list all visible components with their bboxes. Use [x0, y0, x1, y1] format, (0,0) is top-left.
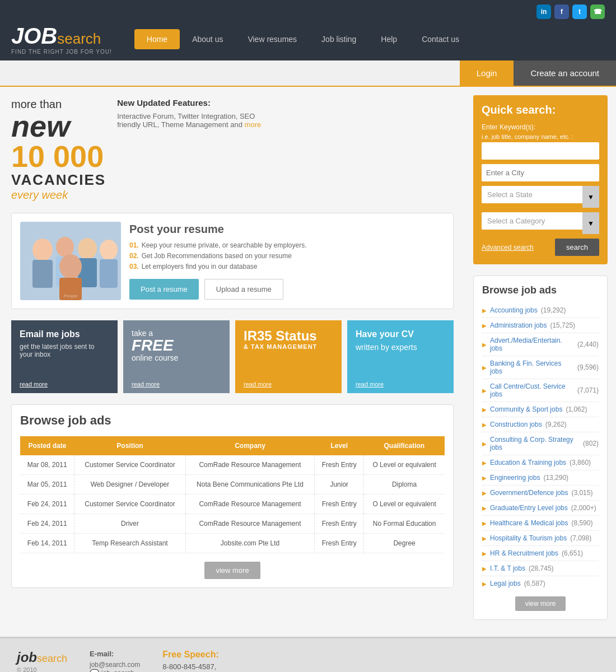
footer-copyright: © 2010: [17, 665, 67, 672]
post-resume-title: Post your resume: [129, 223, 445, 236]
facebook-icon[interactable]: f: [554, 4, 569, 19]
list-item[interactable]: ▶ HR & Recruitment jobs (6,651): [482, 546, 599, 561]
linkedin-icon[interactable]: in: [536, 4, 551, 19]
list-item[interactable]: ▶ Banking & Fin. Services jobs (9,596): [482, 356, 599, 379]
list-item[interactable]: ▶ Construction jobs (9,262): [482, 417, 599, 432]
post-resume-button[interactable]: Post a resume: [129, 279, 199, 300]
list-item[interactable]: ▶ Engineering jobs (13,290): [482, 470, 599, 486]
category-select[interactable]: Select a Category: [482, 212, 599, 230]
main-nav: Home About us View resumes Job listing H…: [134, 29, 472, 49]
email-jobs-box[interactable]: Email me jobs get the latest jobs sent t…: [11, 320, 118, 393]
category-count: (1,062): [566, 405, 587, 413]
email-jobs-read-more[interactable]: read more: [20, 381, 48, 388]
category-count: (7,098): [570, 534, 591, 542]
list-item[interactable]: ▶ I.T. & T jobs (28,745): [482, 561, 599, 576]
cell-level: Fresh Entry: [315, 494, 364, 514]
nav-about[interactable]: About us: [180, 29, 235, 49]
list-item[interactable]: ▶ Call Centre/Cust. Service jobs (7,071): [482, 379, 599, 402]
people-image: People: [20, 222, 121, 300]
list-item[interactable]: ▶ Government/Defence jobs (3,015): [482, 486, 599, 501]
view-more-button[interactable]: view more: [204, 562, 260, 579]
browse-table-title: Browse job ads: [20, 413, 445, 428]
cell-level: Fresh Entry: [315, 514, 364, 534]
nav-contact[interactable]: Contact us: [409, 29, 472, 49]
hero-section: more than new 10 000 VACANCIES every wee…: [11, 98, 454, 202]
hero-new: new: [11, 111, 106, 141]
cell-qualification: O Level or equivalent: [364, 455, 445, 475]
category-name: Engineering jobs: [490, 474, 540, 482]
list-item[interactable]: ▶ Graduate/Entry Level jobs (2,000+): [482, 501, 599, 516]
footer-email: job@search.com: [90, 661, 140, 669]
upload-resume-button[interactable]: Upload a resume: [204, 279, 283, 300]
cell-qualification: No Formal Education: [364, 514, 445, 534]
keyword-label: Enter Keyword(s):: [482, 123, 599, 131]
list-item[interactable]: ▶ Legal jobs (6,587): [482, 576, 599, 591]
nav-home[interactable]: Home: [134, 29, 180, 49]
table-row[interactable]: Feb 14, 2011 Temp Research Assistant Job…: [20, 534, 445, 553]
header-top: in f t ☎: [0, 0, 616, 24]
ir35-box[interactable]: IR35 Status & TAX MANAGEMENT read more: [235, 320, 342, 393]
login-button[interactable]: Login: [460, 60, 514, 86]
post-resume-point-1: 01.Keep your resume private, or searchab…: [129, 241, 445, 249]
nav-job-listing[interactable]: Job listing: [309, 29, 368, 49]
state-select[interactable]: Select a State: [482, 186, 599, 203]
table-row[interactable]: Feb 24, 2011 Customer Service Coordinato…: [20, 494, 445, 514]
table-row[interactable]: Mar 08, 2011 Customer Service Coordinato…: [20, 455, 445, 475]
sidebar-view-more-button[interactable]: view more: [515, 596, 566, 611]
search-button[interactable]: search: [555, 239, 599, 256]
phone-icon[interactable]: ☎: [590, 4, 605, 19]
footer-logo: jobsearch © 2010 Privacy Policy: [17, 650, 67, 672]
browse-table-section: Browse job ads Posted date Position Comp…: [11, 404, 454, 588]
category-count: (19,292): [541, 306, 566, 314]
category-name: Community & Sport jobs: [490, 405, 562, 413]
right-sidebar: Quick search: Enter Keyword(s): i.e. job…: [465, 87, 616, 637]
list-item[interactable]: ▶ Community & Sport jobs (1,062): [482, 402, 599, 417]
col-position: Position: [74, 436, 185, 455]
free-course-read-more[interactable]: read more: [132, 381, 160, 388]
free-course-box[interactable]: take a FREE online course read more: [123, 320, 230, 393]
list-item[interactable]: ▶ Consulting & Corp. Strategy jobs (802): [482, 432, 599, 455]
list-item[interactable]: ▶ Hospitality & Tourism jobs (7,098): [482, 531, 599, 546]
keyword-input[interactable]: [482, 142, 599, 160]
svg-point-5: [78, 238, 97, 259]
cell-date: Feb 24, 2011: [20, 514, 74, 534]
category-count: (8,590): [571, 519, 592, 527]
list-item[interactable]: ▶ Education & Training jobs (3,860): [482, 455, 599, 470]
category-count: (2,440): [577, 340, 599, 348]
ir35-read-more[interactable]: read more: [244, 381, 272, 388]
hero-features: New Updated Features: Interactive Forum,…: [117, 98, 274, 129]
twitter-icon[interactable]: t: [572, 4, 587, 19]
cell-company: ComRade Resource Management: [185, 455, 315, 475]
list-item[interactable]: ▶ Accounting jobs (19,292): [482, 303, 599, 318]
cell-date: Mar 08, 2011: [20, 455, 74, 475]
category-name: I.T. & T jobs: [490, 564, 525, 572]
category-count: (802): [583, 440, 599, 447]
category-icon: ▶: [482, 323, 487, 329]
category-name: Consulting & Corp. Strategy jobs: [490, 436, 580, 451]
list-item[interactable]: ▶ Advert./Media/Entertain. jobs (2,440): [482, 333, 599, 356]
category-icon: ▶: [482, 505, 487, 511]
advanced-search-link[interactable]: Advanced search: [482, 244, 534, 251]
category-list: ▶ Accounting jobs (19,292) ▶ Administrat…: [482, 303, 599, 591]
svg-rect-2: [32, 260, 53, 288]
nav-view-resumes[interactable]: View resumes: [235, 29, 309, 49]
city-input[interactable]: [482, 164, 599, 181]
table-row[interactable]: Feb 24, 2011 Driver ComRade Resource Man…: [20, 514, 445, 534]
list-item[interactable]: ▶ Administration jobs (15,725): [482, 318, 599, 333]
footer: jobsearch © 2010 Privacy Policy E-mail: …: [0, 637, 616, 672]
hero-more-link[interactable]: more: [245, 120, 262, 129]
category-count: (15,725): [550, 321, 575, 329]
list-item[interactable]: ▶ Healthcare & Medical jobs (8,590): [482, 516, 599, 531]
cv-box[interactable]: Have your CV written by experts read mor…: [347, 320, 454, 393]
cv-read-more[interactable]: read more: [356, 381, 384, 388]
category-count: (9,262): [545, 421, 567, 428]
category-icon: ▶: [482, 460, 487, 466]
nav-help[interactable]: Help: [368, 29, 409, 49]
table-row[interactable]: Mar 05, 2011 Web Designer / Developer No…: [20, 475, 445, 494]
category-count: (7,071): [577, 386, 599, 394]
category-count: (6,587): [524, 580, 545, 587]
hero-vacancies: VACANCIES: [11, 171, 106, 189]
create-account-button[interactable]: Create an account: [514, 60, 616, 86]
browse-ads-title: Browse job ads: [482, 284, 599, 296]
category-icon: ▶: [482, 475, 487, 481]
